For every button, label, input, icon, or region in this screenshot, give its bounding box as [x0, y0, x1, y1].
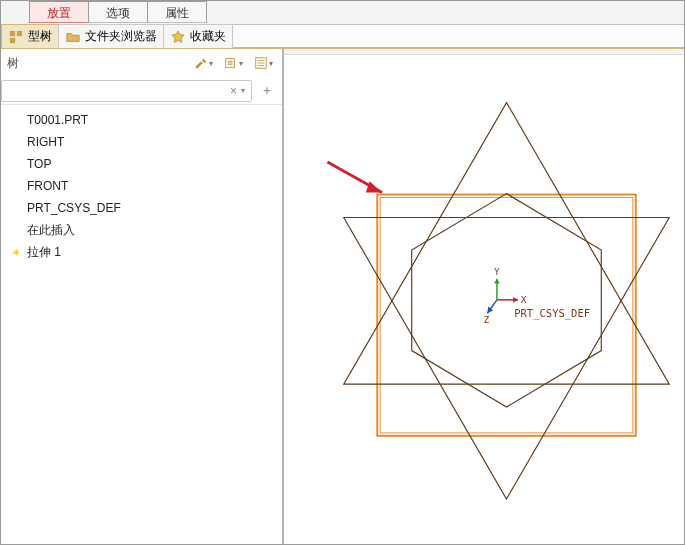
- svg-marker-8: [366, 181, 382, 192]
- axis-z-label: Z: [484, 314, 490, 325]
- ribbon-tabs: 放置 选项 属性: [1, 1, 684, 25]
- tree-list: T0001.PRT RIGHT TOP FRONT PRT_CSYS_DEF: [1, 105, 282, 544]
- tree-search-box[interactable]: × ▾: [1, 80, 252, 102]
- model-tree-panel: 树 ▾ ▾ ▾ × ▾: [1, 49, 283, 544]
- csys-triad[interactable]: X Y Z PRT_CSYS_DEF: [484, 266, 591, 325]
- navigator-tab-model-tree[interactable]: 型树: [1, 24, 59, 48]
- svg-rect-1: [17, 30, 22, 35]
- folder-browser-icon: [65, 29, 81, 45]
- tree-search-clear-icon[interactable]: ×: [228, 84, 239, 98]
- tree-item-datum-top[interactable]: TOP: [1, 153, 282, 175]
- tree-item-label: PRT_CSYS_DEF: [27, 201, 121, 215]
- tree-header-label: 树: [7, 55, 19, 72]
- sketch-square-selected[interactable]: [377, 195, 636, 436]
- sketch-triangle-down[interactable]: [344, 218, 670, 499]
- tree-item-csys[interactable]: PRT_CSYS_DEF: [1, 197, 282, 219]
- tree-tool-hammer[interactable]: ▾: [190, 52, 216, 74]
- tree-search-add-icon[interactable]: ＋: [258, 82, 276, 100]
- svg-rect-6: [380, 197, 633, 433]
- annotation-arrow: [327, 162, 382, 193]
- navigator-tab-folder-browser[interactable]: 文件夹浏览器: [58, 24, 164, 48]
- tree-item-label: 拉伸 1: [27, 244, 61, 261]
- sketch-triangle-up[interactable]: [344, 103, 670, 384]
- tree-item-label: FRONT: [27, 179, 68, 193]
- svg-rect-0: [10, 30, 15, 35]
- ribbon-tab-options[interactable]: 选项: [88, 1, 148, 23]
- tree-item-datum-front[interactable]: FRONT: [1, 175, 282, 197]
- graphics-viewport[interactable]: X Y Z PRT_CSYS_DEF: [283, 49, 684, 544]
- navigator-tab-folder-browser-label: 文件夹浏览器: [85, 28, 157, 45]
- svg-rect-5: [377, 195, 636, 436]
- axis-x-label: X: [521, 294, 527, 305]
- svg-marker-12: [494, 279, 500, 284]
- ribbon-tab-properties[interactable]: 属性: [147, 1, 207, 23]
- navigator-tab-favorites-label: 收藏夹: [190, 28, 226, 45]
- tree-search-input[interactable]: [6, 84, 228, 98]
- viewport-top-strip: [284, 49, 684, 55]
- tree-item-label: 在此插入: [27, 222, 75, 239]
- tree-item-label: RIGHT: [27, 135, 64, 149]
- csys-label: PRT_CSYS_DEF: [514, 307, 590, 320]
- favorites-star-icon: [170, 29, 186, 45]
- navigator-tabs: 型树 文件夹浏览器 收藏夹: [1, 25, 684, 49]
- tree-item-label: T0001.PRT: [27, 113, 88, 127]
- navigator-tab-favorites[interactable]: 收藏夹: [163, 24, 233, 48]
- tree-item-insert-here[interactable]: 在此插入: [1, 219, 282, 241]
- tree-toolbar: ▾ ▾ ▾: [190, 52, 276, 74]
- navigator-tab-model-tree-label: 型树: [28, 28, 52, 45]
- svg-marker-10: [513, 297, 518, 303]
- model-tree-icon: [8, 29, 24, 45]
- ribbon-tab-placement[interactable]: 放置: [29, 1, 89, 23]
- new-feature-star-icon: ✳: [9, 247, 23, 258]
- tree-item-part[interactable]: T0001.PRT: [1, 109, 282, 131]
- tree-item-extrude[interactable]: ✳ 拉伸 1: [1, 241, 282, 263]
- tree-search-row: × ▾ ＋: [1, 77, 282, 105]
- axis-y-label: Y: [494, 266, 500, 277]
- tree-item-label: TOP: [27, 157, 51, 171]
- svg-rect-2: [10, 37, 15, 42]
- viewport-canvas[interactable]: X Y Z PRT_CSYS_DEF: [284, 49, 684, 544]
- tree-tool-settings[interactable]: ▾: [250, 52, 276, 74]
- tree-tool-show[interactable]: ▾: [220, 52, 246, 74]
- tree-search-dropdown-icon[interactable]: ▾: [239, 86, 247, 95]
- tree-header: 树 ▾ ▾ ▾: [1, 49, 282, 77]
- tree-item-datum-right[interactable]: RIGHT: [1, 131, 282, 153]
